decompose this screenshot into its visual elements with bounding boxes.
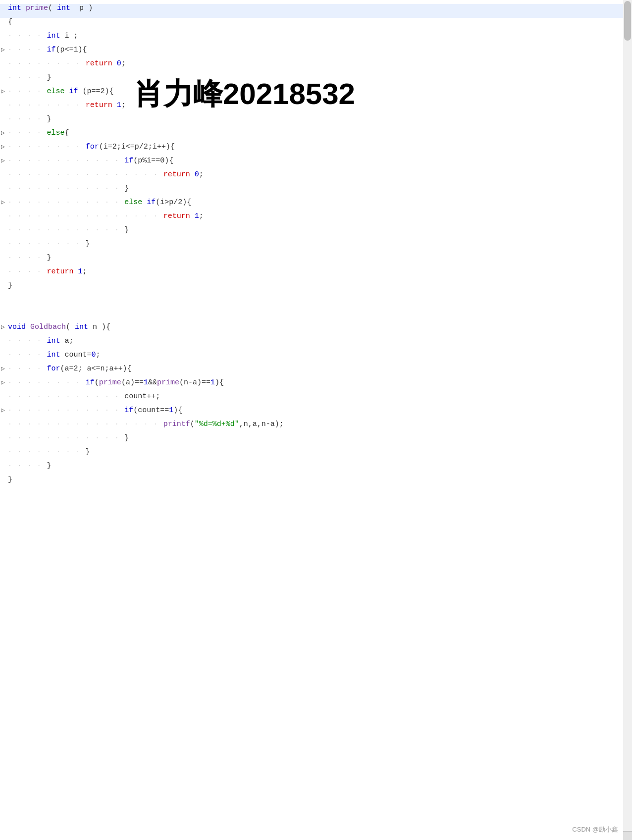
code-line: int prime( int p ) — [0, 4, 632, 18]
code-line: · · · · · · · · return 1; — [0, 101, 632, 115]
code-line: ▷ · · · · · · · · · · · · if(count==1){ — [0, 406, 632, 420]
arrow-indicator — [1, 420, 8, 428]
code-line: · · · · · · · · · · · · } — [0, 226, 632, 240]
code-text — [8, 295, 631, 304]
code-line — [0, 309, 632, 323]
arrow-indicator — [1, 448, 8, 456]
code-line: · · · · · · · · · · · · } — [0, 434, 632, 448]
indent-dots: · · · · — [8, 32, 47, 40]
indent-dots: · · · · · · · · · · · · — [8, 157, 124, 164]
code-text: else{ — [47, 129, 631, 137]
code-text: for(i=2;i<=p/2;i++){ — [86, 143, 631, 151]
code-line: } — [0, 475, 632, 489]
code-line: · · · · return 1; — [0, 267, 632, 281]
indent-dots: · · · · · · · · — [8, 102, 86, 109]
code-text: int a; — [47, 337, 631, 345]
indent-dots: · · · · · · · · · · · · · · · · — [8, 171, 163, 178]
indent-dots: · · · · — [8, 337, 47, 345]
code-text: if(p%i==0){ — [124, 157, 631, 165]
code-text: if(p<=1){ — [47, 46, 631, 54]
arrow-indicator: ▷ — [1, 365, 8, 372]
code-line: } — [0, 281, 632, 295]
indent-dots: · · · · · · · · · · · · — [8, 226, 124, 234]
code-line: ▷ · · · · else{ — [0, 129, 632, 143]
arrow-indicator: ▷ — [1, 143, 8, 151]
code-text: } — [124, 226, 631, 234]
indent-dots: · · · · · · · · · · · · — [8, 407, 124, 414]
scrollbar-bottom-arrow[interactable] — [623, 831, 632, 840]
code-text: } — [8, 475, 631, 484]
code-line: · · · · · · · · return 0; — [0, 59, 632, 73]
arrow-indicator — [1, 393, 8, 400]
arrow-indicator — [1, 32, 8, 40]
code-line — [0, 295, 632, 309]
arrow-indicator — [1, 185, 8, 192]
code-line: · · · · int count=0; — [0, 351, 632, 365]
scrollbar[interactable] — [623, 0, 632, 840]
code-text: } — [124, 184, 631, 193]
code-line: ▷ · · · · if(p<=1){ — [0, 46, 632, 59]
arrow-indicator — [1, 337, 8, 345]
code-text: else if(i>p/2){ — [124, 198, 631, 207]
arrow-indicator — [1, 74, 8, 81]
code-text: if(count==1){ — [124, 406, 631, 415]
code-text: int count=0; — [47, 351, 631, 359]
code-text: void Goldbach( int n ){ — [8, 323, 631, 331]
code-line: · · · · } — [0, 115, 632, 129]
code-text: else if (p==2){ — [47, 87, 631, 96]
arrow-indicator — [1, 462, 8, 470]
arrow-indicator — [1, 351, 8, 359]
indent-dots: · · · · · · · · · · · · — [8, 185, 124, 192]
indent-dots: · · · · — [8, 462, 47, 470]
arrow-indicator: ▷ — [1, 46, 8, 53]
code-text: } — [86, 240, 631, 248]
code-text: return 1; — [86, 101, 631, 109]
arrow-indicator: ▷ — [1, 129, 8, 137]
code-text: { — [8, 18, 631, 26]
arrow-indicator — [1, 434, 8, 442]
scrollbar-thumb[interactable] — [624, 1, 631, 41]
arrow-indicator — [1, 310, 8, 317]
code-line: · · · · · · · · · · · · · · · · return 0… — [0, 170, 632, 184]
code-line: · · · · } — [0, 254, 632, 267]
code-line: · · · · int i ; — [0, 32, 632, 46]
indent-dots: · · · · · · · · · · · · — [8, 393, 124, 400]
code-text: } — [8, 281, 631, 290]
arrow-indicator — [1, 296, 8, 303]
arrow-indicator — [1, 268, 8, 275]
indent-dots: · · · · · · · · — [8, 240, 86, 248]
code-text: return 1; — [163, 212, 631, 220]
code-line: ▷ · · · · · · · · for(i=2;i<=p/2;i++){ — [0, 143, 632, 157]
code-line: · · · · · · · · } — [0, 240, 632, 254]
code-text: return 0; — [163, 170, 631, 179]
code-text: printf("%d=%d+%d",n,a,n-a); — [163, 420, 631, 428]
code-line: ▷ · · · · else if (p==2){ — [0, 87, 632, 101]
indent-dots: · · · · · · · · · · · · · · · · — [8, 212, 163, 220]
code-line: · · · · int a; — [0, 337, 632, 351]
code-line: ▷ · · · · · · · · · · · · else if(i>p/2)… — [0, 198, 632, 212]
indent-dots: · · · · — [8, 46, 47, 53]
arrow-indicator — [1, 115, 8, 123]
indent-dots: · · · · — [8, 365, 47, 372]
code-text: } — [47, 73, 631, 82]
code-line: ▷ · · · · · · · · · · · · if(p%i==0){ — [0, 157, 632, 170]
code-text: } — [124, 434, 631, 442]
indent-dots: · · · · · · · · — [8, 60, 86, 67]
code-line: ▷ · · · · · · · · if(prime(a)==1&&prime(… — [0, 378, 632, 392]
arrow-indicator — [1, 240, 8, 248]
code-text: } — [47, 254, 631, 262]
indent-dots: · · · · — [8, 351, 47, 359]
code-text: } — [47, 462, 631, 470]
code-line: · · · · · · · · } — [0, 448, 632, 462]
code-text — [8, 309, 631, 317]
indent-dots: · · · · — [8, 254, 47, 262]
indent-dots: · · · · · · · · — [8, 379, 86, 386]
indent-dots: · · · · · · · · — [8, 448, 86, 456]
arrow-indicator: ▷ — [1, 87, 8, 95]
code-line: { — [0, 18, 632, 32]
arrow-indicator — [1, 254, 8, 262]
indent-dots: · · · · — [8, 268, 47, 275]
indent-dots: · · · · · · · · · · · · — [8, 434, 124, 442]
code-line: ▷ void Goldbach( int n ){ — [0, 323, 632, 337]
code-line: · · · · · · · · · · · · · · · · return 1… — [0, 212, 632, 226]
